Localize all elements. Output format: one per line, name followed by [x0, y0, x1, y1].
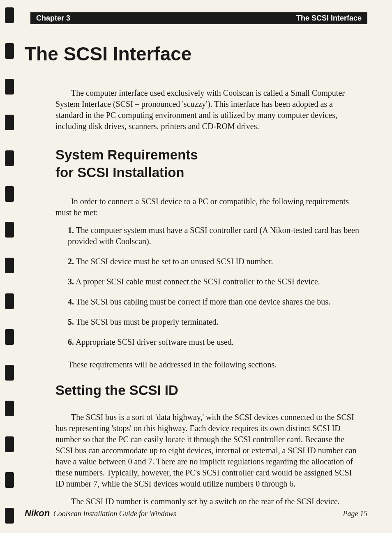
section-heading-requirements: System Requirements for SCSI Installatio…	[55, 146, 367, 182]
requirement-item-4: 4. The SCSI bus cabling must be correct …	[68, 296, 359, 307]
requirement-item-3: 3. A proper SCSI cable must connect the …	[68, 276, 359, 287]
main-title: The SCSI Interface	[25, 43, 367, 65]
section2-paragraph2: The SCSI ID number is commonly set by a …	[55, 496, 359, 507]
section1-intro: In order to connect a SCSI device to a P…	[55, 196, 359, 218]
requirement-item-6: 6. Appropriate SCSI driver software must…	[68, 337, 359, 348]
requirement-item-5: 5. The SCSI bus must be properly termina…	[68, 316, 359, 328]
page-footer: Nikon Coolscan Installation Guide for Wi…	[25, 508, 367, 519]
section2-paragraph1: The SCSI bus is a sort of 'data highway,…	[55, 412, 359, 489]
chapter-label: Chapter 3	[36, 14, 70, 23]
footer-left: Nikon Coolscan Installation Guide for Wi…	[25, 508, 176, 519]
header-title: The SCSI Interface	[296, 14, 362, 23]
section1-outro: These requirements will be addressed in …	[68, 359, 359, 370]
page-content: Chapter 3 The SCSI Interface The SCSI In…	[0, 0, 392, 526]
footer-page-number: Page 15	[343, 510, 367, 518]
footer-brand: Nikon	[25, 508, 50, 518]
requirement-item-1: 1. The computer system must have a SCSI …	[68, 225, 359, 247]
requirement-item-2: 2. The SCSI device must be set to an unu…	[68, 256, 359, 267]
footer-title: Coolscan Installation Guide for Windows	[53, 510, 176, 518]
header-bar: Chapter 3 The SCSI Interface	[30, 12, 367, 24]
section-heading-scsi-id: Setting the SCSI ID	[55, 382, 367, 399]
intro-paragraph: The computer interface used exclusively …	[55, 88, 359, 132]
spiral-binding	[0, 0, 16, 533]
